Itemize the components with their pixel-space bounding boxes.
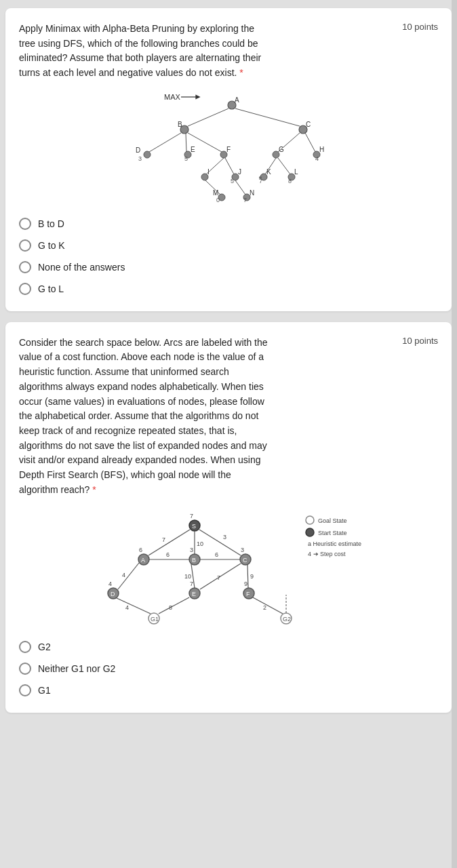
svg-text:H: H: [319, 146, 324, 153]
svg-line-103: [159, 597, 189, 614]
svg-text:3: 3: [241, 547, 244, 553]
svg-line-87: [199, 530, 241, 555]
svg-line-89: [118, 563, 139, 589]
q2-label-b: Neither G1 nor G2: [38, 663, 115, 674]
q1-option-d[interactable]: G to L: [19, 283, 438, 295]
required-star-2: *: [92, 484, 96, 495]
q1-radio-a[interactable]: [19, 218, 31, 230]
svg-text:4: 4: [108, 580, 112, 587]
svg-text:8: 8: [169, 604, 172, 611]
svg-text:F: F: [246, 591, 250, 597]
q1-label-c: None of the answers: [38, 262, 125, 273]
question-1-header: Apply Minimax with Alpha-Beta Pruning by…: [19, 22, 438, 81]
svg-text:10: 10: [184, 573, 191, 580]
question-2-card: Consider the search space below. Arcs ar…: [5, 322, 452, 713]
svg-text:L: L: [294, 168, 298, 176]
q1-tree-svg: MAX A B C: [123, 90, 334, 205]
svg-text:4: 4: [125, 604, 129, 611]
q1-radio-b[interactable]: [19, 239, 31, 252]
q2-diagram: Goal State Start State a Heuristic estim…: [19, 507, 438, 629]
svg-text:J: J: [238, 168, 241, 176]
question-1-text: Apply Minimax with Alpha-Beta Pruning by…: [19, 22, 270, 81]
svg-text:7: 7: [190, 580, 193, 587]
svg-text:7: 7: [190, 513, 193, 519]
svg-text:Start State: Start State: [318, 530, 347, 536]
svg-text:G1: G1: [151, 616, 159, 623]
svg-text:MAX: MAX: [164, 93, 181, 101]
svg-point-52: [306, 516, 314, 524]
q1-radio-d[interactable]: [19, 283, 31, 295]
svg-text:N: N: [250, 189, 254, 197]
question-2-text: Consider the search space below. Arcs ar…: [19, 336, 270, 498]
svg-line-8: [188, 108, 228, 126]
svg-text:10: 10: [197, 540, 203, 547]
question-2-header: Consider the search space below. Arcs ar…: [19, 336, 438, 498]
svg-text:9: 9: [244, 580, 247, 587]
svg-line-40: [206, 158, 224, 174]
svg-text:7: 7: [162, 536, 165, 543]
q1-diagram: MAX A B C: [19, 90, 438, 205]
q2-option-c[interactable]: G1: [19, 684, 438, 696]
svg-text:S: S: [192, 523, 196, 530]
q1-label-d: G to L: [38, 283, 64, 294]
svg-line-101: [117, 598, 151, 614]
q2-option-b[interactable]: Neither G1 nor G2: [19, 663, 438, 675]
svg-text:3: 3: [190, 547, 193, 553]
svg-text:4: 4: [122, 572, 125, 578]
svg-text:B: B: [178, 121, 182, 128]
svg-text:2: 2: [263, 604, 266, 611]
svg-text:3: 3: [223, 534, 226, 540]
svg-point-54: [306, 528, 314, 536]
page: Apply Minimax with Alpha-Beta Pruning by…: [0, 0, 457, 721]
question-1-card: Apply Minimax with Alpha-Beta Pruning by…: [5, 8, 452, 311]
svg-text:G2: G2: [283, 616, 291, 623]
q1-label-b: G to K: [38, 240, 65, 251]
svg-text:A: A: [235, 96, 239, 104]
svg-text:6: 6: [215, 551, 218, 558]
q2-radio-a[interactable]: [19, 641, 31, 653]
q2-label-a: G2: [38, 642, 51, 652]
svg-line-99: [247, 565, 248, 588]
svg-text:9: 9: [250, 573, 254, 580]
svg-text:D: D: [111, 591, 115, 597]
svg-line-27: [305, 133, 315, 152]
svg-line-23: [149, 133, 181, 152]
svg-line-26: [278, 133, 300, 152]
svg-text:6: 6: [139, 547, 142, 553]
q1-option-c[interactable]: None of the answers: [19, 261, 438, 273]
svg-text:0: 0: [216, 197, 220, 203]
svg-text:8: 8: [288, 178, 292, 184]
svg-text:E: E: [191, 146, 195, 153]
svg-text:7: 7: [243, 197, 247, 203]
q2-options-list: G2 Neither G1 nor G2 G1: [19, 641, 438, 696]
svg-text:4 ➔ Step cost: 4 ➔ Step cost: [308, 551, 346, 557]
q1-option-b[interactable]: G to K: [19, 239, 438, 252]
svg-text:Goal State: Goal State: [318, 517, 347, 524]
q1-option-a[interactable]: B to D: [19, 218, 438, 230]
q1-radio-c[interactable]: [19, 261, 31, 273]
q2-radio-b[interactable]: [19, 663, 31, 675]
svg-line-41: [225, 158, 234, 174]
svg-line-43: [278, 158, 290, 174]
svg-text:5: 5: [231, 178, 234, 184]
svg-text:5: 5: [184, 155, 188, 162]
svg-line-105: [253, 597, 283, 614]
svg-text:D: D: [136, 146, 140, 154]
required-star-1: *: [239, 67, 243, 78]
svg-line-51: [235, 180, 245, 195]
q1-options-list: B to D G to K None of the answers G to L: [19, 218, 438, 295]
svg-point-10: [144, 151, 151, 158]
svg-text:F: F: [226, 146, 231, 153]
svg-text:6: 6: [166, 551, 170, 558]
question-2-points: 10 points: [402, 336, 438, 346]
q2-option-a[interactable]: G2: [19, 641, 438, 653]
q2-radio-c[interactable]: [19, 684, 31, 696]
svg-line-24: [186, 133, 186, 152]
svg-point-36: [259, 176, 262, 179]
svg-text:4: 4: [315, 155, 319, 162]
svg-text:E: E: [192, 591, 196, 597]
q1-label-a: B to D: [38, 218, 64, 229]
scrollbar[interactable]: [452, 0, 457, 868]
svg-text:C: C: [243, 557, 247, 564]
svg-text:A: A: [141, 557, 145, 564]
